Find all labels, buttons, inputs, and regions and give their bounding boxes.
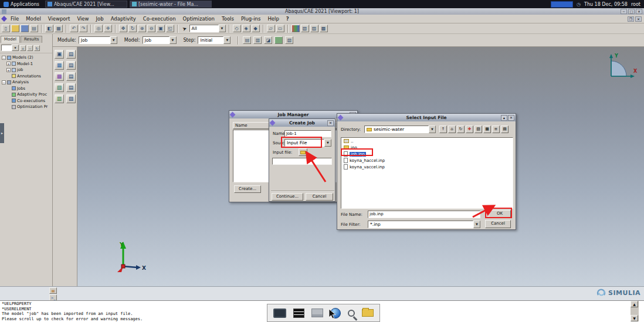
render-mesh-icon[interactable]: ▥ bbox=[253, 36, 262, 44]
taskbar-user[interactable]: root bbox=[631, 2, 640, 7]
chevron-down-icon[interactable]: ▼ bbox=[473, 221, 480, 228]
applications-menu[interactable]: Applications bbox=[0, 0, 43, 8]
create-coexecution-icon[interactable]: ▩ bbox=[55, 72, 64, 81]
menu-model[interactable]: Model bbox=[22, 16, 45, 22]
new-directory-icon[interactable]: ▨ bbox=[474, 126, 482, 133]
file-name-input[interactable]: job.inp bbox=[368, 211, 480, 218]
bookmark-icon[interactable]: ✚ bbox=[466, 126, 473, 133]
close-icon[interactable]: ✕ bbox=[636, 9, 642, 14]
tree-node-job-model[interactable]: + job bbox=[0, 67, 52, 73]
minimize-icon[interactable]: ─ bbox=[621, 9, 627, 14]
rotate-view-icon[interactable]: ↻ bbox=[128, 25, 137, 32]
input-method-badge[interactable] bbox=[551, 1, 573, 8]
perspective-on-icon[interactable]: ▱ bbox=[267, 25, 275, 32]
home-icon[interactable]: ⌂ bbox=[448, 126, 456, 133]
collapse-icon[interactable]: − bbox=[2, 80, 6, 84]
model-combo[interactable]: Job ▼ bbox=[143, 36, 177, 44]
close-icon[interactable]: ✕ bbox=[327, 120, 334, 126]
continue-button[interactable]: Continue... bbox=[272, 193, 303, 201]
menu-view[interactable]: View bbox=[73, 16, 92, 22]
input-file-path-input[interactable] bbox=[272, 158, 332, 165]
refresh-icon[interactable]: ↻ bbox=[457, 126, 465, 133]
job-manager-icon[interactable]: ▤ bbox=[66, 50, 76, 59]
expand-icon[interactable]: + bbox=[6, 68, 11, 72]
box-zoom-icon[interactable]: ▣ bbox=[157, 25, 165, 32]
expand-all-icon[interactable]: + bbox=[20, 45, 26, 51]
magnifier-icon[interactable] bbox=[348, 310, 355, 317]
maximize-icon[interactable]: □ bbox=[628, 9, 635, 14]
tree-sync-icon[interactable]: ↻ bbox=[34, 45, 40, 51]
create-viewport-icon[interactable]: ◧ bbox=[45, 25, 53, 32]
fit-view-icon[interactable]: ◱ bbox=[166, 25, 174, 32]
menu-optimization[interactable]: Optimization bbox=[179, 16, 218, 22]
view-cut-icon[interactable]: ◪ bbox=[264, 36, 272, 44]
edit-keywords-icon[interactable]: ▥ bbox=[55, 94, 64, 103]
expand-icon[interactable]: + bbox=[6, 62, 11, 66]
icon-view-icon[interactable]: ▦ bbox=[483, 126, 491, 133]
optimization-manager-icon[interactable]: ▤ bbox=[66, 83, 76, 92]
chevron-down-icon[interactable]: ▼ bbox=[219, 25, 226, 32]
tab-results[interactable]: Results bbox=[21, 36, 42, 43]
file-row-ino[interactable]: ino bbox=[341, 144, 513, 151]
open-icon[interactable] bbox=[11, 25, 19, 32]
monitor-icon[interactable] bbox=[273, 309, 286, 318]
display-group-icon[interactable]: ▧ bbox=[301, 25, 309, 32]
tree-node-analysis[interactable]: − Analysis bbox=[0, 79, 52, 86]
tree-node-models[interactable]: − Models (2) bbox=[0, 55, 52, 61]
chevron-down-icon[interactable]: ▼ bbox=[170, 36, 177, 44]
perspective-off-icon[interactable]: ▭ bbox=[276, 25, 284, 32]
chevron-down-icon[interactable]: ▼ bbox=[223, 36, 231, 44]
menu-adaptivity[interactable]: Adaptivity bbox=[107, 16, 140, 22]
tree-node-jobs[interactable]: Jobs bbox=[0, 86, 52, 92]
preferences-icon[interactable]: ▤ bbox=[501, 126, 509, 133]
menu-help[interactable]: Help bbox=[264, 16, 282, 22]
save-icon[interactable] bbox=[21, 25, 29, 32]
create-adaptivity-icon[interactable]: ▦ bbox=[55, 61, 64, 70]
cancel-button[interactable]: Cancel bbox=[485, 220, 511, 228]
create-button[interactable]: Create... bbox=[234, 185, 261, 193]
chevron-down-icon[interactable]: ▼ bbox=[110, 36, 117, 44]
file-filter-combo[interactable]: *.inp ▼ bbox=[368, 221, 480, 228]
pan-view-icon[interactable]: ✥ bbox=[119, 25, 127, 32]
tree-node-adaptivity[interactable]: Adaptivity Proc bbox=[0, 91, 52, 98]
file-row-up[interactable]: .. bbox=[341, 138, 513, 144]
taskbar-window-abaqus[interactable]: Abaqus/CAE 2021 [View... bbox=[45, 1, 127, 8]
cancel-button[interactable]: Cancel bbox=[306, 193, 333, 201]
viewport-close-icon[interactable]: ✕ bbox=[635, 16, 642, 22]
create-job-titlebar[interactable]: Create Job ✕ bbox=[269, 119, 335, 127]
render-target-combo[interactable]: All ▼ bbox=[189, 25, 226, 32]
message-scrollbar[interactable]: ▲ ▼ bbox=[631, 301, 639, 321]
select-input-file-titlebar[interactable]: Select Input File ▴ ✕ bbox=[337, 114, 516, 121]
zoom-out-icon[interactable]: ⊖ bbox=[147, 25, 155, 32]
module-combo[interactable]: Job ▼ bbox=[79, 36, 117, 44]
file-row-koyna-vaccel[interactable]: koyna_vaccel.inp bbox=[341, 164, 513, 170]
browse-folder-button[interactable] bbox=[299, 148, 307, 156]
collapse-all-icon[interactable]: − bbox=[27, 45, 33, 51]
tree-node-annotations[interactable]: Annotations bbox=[0, 73, 52, 80]
menu-viewport[interactable]: Viewport bbox=[45, 16, 74, 22]
up-directory-icon[interactable]: ↑ bbox=[439, 126, 447, 133]
menu-plugins[interactable]: Plug-ins bbox=[238, 16, 265, 22]
wireframe-icon[interactable]: ◇ bbox=[233, 25, 241, 32]
tree-node-optimization[interactable]: Optimization Pr bbox=[0, 104, 52, 110]
hidden-line-icon[interactable]: ◈ bbox=[242, 25, 250, 32]
shaded-icon[interactable]: ◆ bbox=[252, 25, 260, 32]
window-menu-icon[interactable] bbox=[2, 9, 6, 14]
viewport-restore-icon[interactable]: ❐ bbox=[628, 16, 634, 22]
coexecution-manager-icon[interactable]: ▤ bbox=[66, 72, 76, 81]
view-options-icon[interactable]: ▩ bbox=[320, 25, 328, 32]
create-job-icon[interactable]: ▣ bbox=[55, 50, 64, 59]
collapse-icon[interactable]: − bbox=[2, 56, 6, 60]
undo-icon[interactable]: ↶ bbox=[70, 25, 78, 32]
rollup-icon[interactable]: ▴ bbox=[501, 115, 507, 121]
taskbar-window-filemanager[interactable]: [sesimic-water - File Ma... bbox=[130, 1, 212, 8]
context-help-icon[interactable]: ? bbox=[283, 16, 293, 22]
drawer-icon[interactable] bbox=[311, 309, 323, 317]
probe-icon[interactable]: ✛ bbox=[104, 25, 112, 32]
chevron-down-icon[interactable]: ▼ bbox=[324, 139, 331, 147]
folder-icon[interactable] bbox=[362, 309, 374, 317]
file-row-koyna-haccel[interactable]: koyna_haccel.inp bbox=[341, 157, 513, 164]
menu-job[interactable]: Job bbox=[93, 16, 107, 22]
panel-handle[interactable]: ▸ bbox=[0, 123, 4, 143]
query-icon[interactable]: ◎ bbox=[94, 25, 103, 32]
